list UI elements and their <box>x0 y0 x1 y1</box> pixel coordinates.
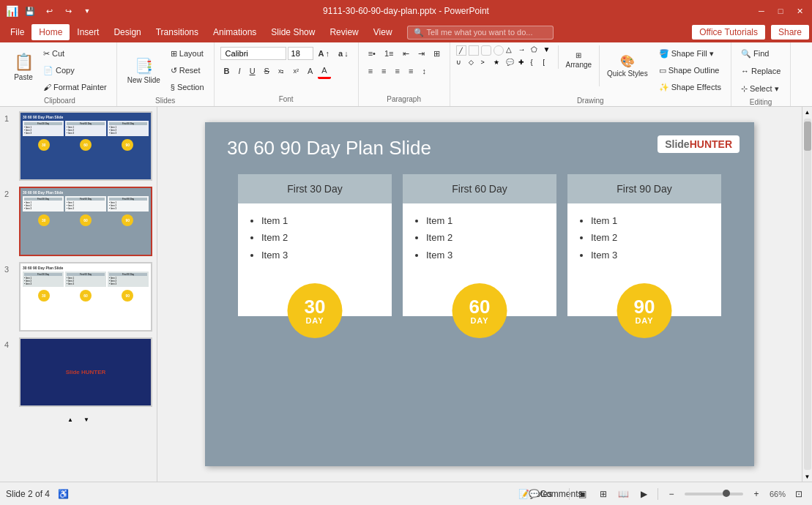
share-button[interactable]: Share <box>771 25 809 40</box>
layout-button[interactable]: ⊞ Layout <box>167 45 208 61</box>
select-button[interactable]: ⊹ Select ▾ <box>737 81 784 97</box>
reading-view-button[interactable]: 📖 <box>617 487 631 501</box>
subscript-button[interactable]: x₂ <box>275 63 288 79</box>
scroll-down-button[interactable]: ▼ <box>802 471 813 482</box>
close-button[interactable]: ✕ <box>793 4 806 18</box>
numbered-list-button[interactable]: 1≡ <box>381 45 398 61</box>
strikethrough-button[interactable]: S <box>261 63 273 79</box>
justify-button[interactable]: ≡ <box>405 63 417 79</box>
slide-panel-up[interactable]: ▲ <box>65 414 75 424</box>
bold-button[interactable]: B <box>220 63 234 79</box>
shape-fill-button[interactable]: 🪣 Shape Fill ▾ <box>655 45 725 61</box>
slideshow-button[interactable]: ▶ <box>637 487 652 501</box>
menu-item-design[interactable]: Design <box>106 24 148 40</box>
menu-item-insert[interactable]: Insert <box>70 24 106 40</box>
scroll-up-button[interactable]: ▲ <box>802 107 813 117</box>
copy-button[interactable]: 📄 Copy <box>40 62 111 78</box>
slide-panel-down[interactable]: ▼ <box>81 414 92 424</box>
cut-button[interactable]: ✂ Cut <box>40 45 111 61</box>
slide-thumb-2[interactable]: 2 30 60 90 Day Plan Slide First 30 Day •… <box>3 185 154 258</box>
replace-button[interactable]: ↔ Replace <box>737 63 784 79</box>
shape-star[interactable]: ★ <box>493 59 504 69</box>
zoom-out-button[interactable]: − <box>664 487 679 501</box>
menu-item-animations[interactable]: Animations <box>206 24 264 40</box>
underline-button[interactable]: U <box>246 63 259 79</box>
format-painter-button[interactable]: 🖌 Format Painter <box>40 79 111 95</box>
paste-label: Paste <box>14 73 33 81</box>
italic-button[interactable]: I <box>235 63 245 79</box>
arrange-button[interactable]: ⊞ Arrange <box>562 45 597 75</box>
shape-brace[interactable]: { <box>531 59 541 69</box>
comments-button[interactable]: 💬 Comments <box>548 487 563 501</box>
shape-oval[interactable] <box>493 45 504 56</box>
minimize-button[interactable]: ─ <box>755 4 768 18</box>
slide-img-2[interactable]: 30 60 90 Day Plan Slide First 30 Day • I… <box>19 187 152 256</box>
shape-line[interactable]: ╱ <box>456 45 466 56</box>
superscript-button[interactable]: x² <box>289 63 302 79</box>
menu-item-transitions[interactable]: Transitions <box>149 24 206 40</box>
slide-thumb-3[interactable]: 3 30 60 90 Day Plan Slide First 30 Day •… <box>3 261 154 333</box>
shape-chevron[interactable]: > <box>481 59 491 69</box>
menu-item-home[interactable]: Home <box>31 24 70 40</box>
scroll-track[interactable] <box>804 119 811 470</box>
font-name-dropdown[interactable]: Calibri <box>220 47 286 60</box>
office-tutorials-button[interactable]: Office Tutorials <box>692 25 765 40</box>
new-slide-button[interactable]: 📑 New Slide <box>123 49 165 91</box>
slide-img-4[interactable]: Slide HUNTER <box>19 337 152 407</box>
shape-triangle[interactable]: △ <box>506 45 516 56</box>
menu-item-view[interactable]: View <box>366 24 400 40</box>
reset-button[interactable]: ↺ Reset <box>167 62 208 78</box>
zoom-thumb[interactable] <box>723 490 730 497</box>
save-icon[interactable]: 💾 <box>23 4 37 18</box>
maximize-button[interactable]: □ <box>774 4 787 18</box>
shape-curve[interactable]: ∪ <box>456 59 466 69</box>
menu-item-slideshow[interactable]: Slide Show <box>264 24 322 40</box>
align-left-button[interactable]: ≡ <box>365 63 376 79</box>
find-button[interactable]: 🔍 Find <box>737 45 784 61</box>
slide-sorter-button[interactable]: ⊞ <box>596 487 611 501</box>
shape-diamond[interactable]: ◇ <box>469 59 479 69</box>
normal-view-button[interactable]: ▣ <box>576 487 590 501</box>
slide-img-3[interactable]: 30 60 90 Day Plan Slide First 30 Day • I… <box>19 262 152 332</box>
slide-canvas-area[interactable]: 30 60 90 Day Plan Slide SlideHUNTER Firs… <box>157 107 802 482</box>
zoom-slider[interactable] <box>685 493 743 495</box>
redo-icon[interactable]: ↪ <box>61 4 75 18</box>
fit-slide-button[interactable]: ⊡ <box>791 487 806 501</box>
shape-cross[interactable]: ✚ <box>518 59 529 69</box>
slide-thumb-1[interactable]: 1 30 60 90 Day Plan Slide First 30 Day •… <box>3 110 154 182</box>
slide-img-1[interactable]: 30 60 90 Day Plan Slide First 30 Day • I… <box>19 111 152 181</box>
font-size-down-button[interactable]: a↓ <box>335 45 352 61</box>
zoom-in-button[interactable]: + <box>749 487 764 501</box>
paste-button[interactable]: 📋 Paste <box>9 45 38 88</box>
clear-format-button[interactable]: A <box>304 63 316 79</box>
undo-icon[interactable]: ↩ <box>42 4 56 18</box>
shape-callout[interactable]: 💬 <box>506 59 516 69</box>
indent-decrease-button[interactable]: ⇤ <box>399 45 413 61</box>
shape-arrow[interactable]: → <box>518 45 529 56</box>
customize-icon[interactable]: ▼ <box>80 4 94 18</box>
column-button[interactable]: ⊞ <box>430 45 444 61</box>
shape-bracket[interactable]: [ <box>543 59 554 69</box>
slide-thumb-4[interactable]: 4 Slide HUNTER <box>3 336 154 408</box>
shape-rounded-rect[interactable] <box>481 45 491 56</box>
section-button[interactable]: § Section <box>167 79 208 95</box>
align-right-button[interactable]: ≡ <box>392 63 403 79</box>
font-size-up-button[interactable]: A↑ <box>315 45 333 61</box>
menu-item-file[interactable]: File <box>3 24 31 40</box>
shape-more[interactable]: ▼ <box>543 45 554 56</box>
shape-pentagon[interactable]: ⬠ <box>531 45 541 56</box>
font-color-button[interactable]: A <box>318 63 330 79</box>
shape-rect[interactable] <box>469 45 479 56</box>
help-search[interactable]: 🔍 Tell me what you want to do... <box>407 26 554 40</box>
align-center-button[interactable]: ≡ <box>378 63 390 79</box>
quick-styles-button[interactable]: 🎨 Quick Styles <box>603 45 652 86</box>
line-spacing-button[interactable]: ↕ <box>418 63 430 79</box>
shape-effects-button[interactable]: ✨ Shape Effects <box>655 79 725 95</box>
font-size-dropdown[interactable]: 18 <box>288 47 313 60</box>
indent-increase-button[interactable]: ⇥ <box>414 45 428 61</box>
menu-item-review[interactable]: Review <box>322 24 365 40</box>
accessibility-icon[interactable]: ♿ <box>56 487 70 501</box>
bullet-list-button[interactable]: ≡• <box>365 45 379 61</box>
shape-outline-button[interactable]: ▭ Shape Outline <box>655 62 725 78</box>
scroll-thumb[interactable] <box>804 121 811 151</box>
